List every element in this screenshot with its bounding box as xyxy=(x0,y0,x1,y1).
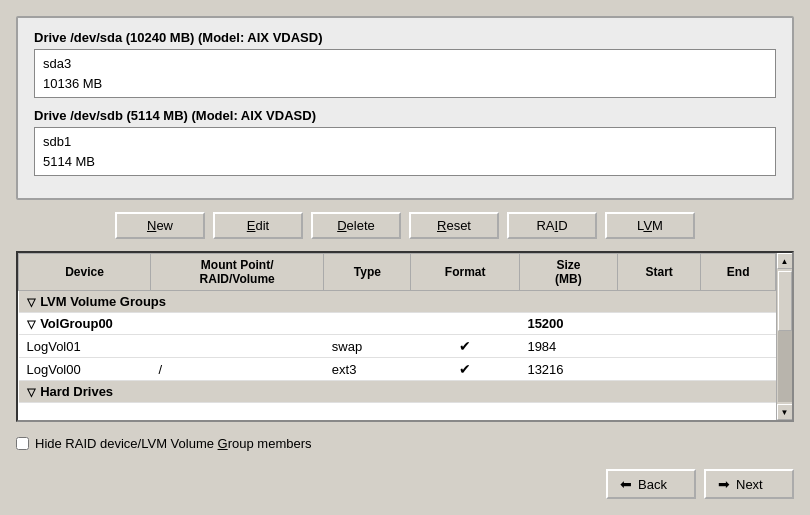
logvol01-format: ✔ xyxy=(411,335,519,358)
logvol00-start xyxy=(617,358,700,381)
volgroup00-label: VolGroup00 xyxy=(40,316,113,331)
lvm-button[interactable]: LVM xyxy=(605,212,695,239)
volgroup00-start xyxy=(617,313,700,335)
logvol00-format: ✔ xyxy=(411,358,519,381)
hide-members-label[interactable]: Hide RAID device/LVM Volume Group member… xyxy=(35,436,312,451)
drive-sda-line1: sda3 xyxy=(43,54,767,74)
logvol00-end xyxy=(701,358,776,381)
drive-panel: Drive /dev/sda (10240 MB) (Model: AIX VD… xyxy=(16,16,794,200)
raid-button[interactable]: RAID xyxy=(507,212,597,239)
back-icon: ⬅ xyxy=(620,476,632,492)
volgroup00-end xyxy=(701,313,776,335)
col-mount: Mount Point/RAID/Volume xyxy=(151,254,324,291)
logvol00-row[interactable]: LogVol00 / ext3 ✔ 13216 xyxy=(19,358,776,381)
logvol01-start xyxy=(617,335,700,358)
logvol00-size: 13216 xyxy=(519,358,617,381)
logvol01-size: 1984 xyxy=(519,335,617,358)
next-label: Next xyxy=(736,477,763,492)
back-button[interactable]: ⬅ Back xyxy=(606,469,696,499)
logvol00-type: ext3 xyxy=(324,358,411,381)
drive-sdb-label: Drive /dev/sdb (5114 MB) (Model: AIX VDA… xyxy=(34,108,776,123)
drive-sdb-line1: sdb1 xyxy=(43,132,767,152)
lvm-volume-groups-header[interactable]: ▽ LVM Volume Groups xyxy=(19,291,776,313)
logvol01-type: swap xyxy=(324,335,411,358)
col-end: End xyxy=(701,254,776,291)
lvm-expand-icon: ▽ xyxy=(27,296,35,308)
scroll-up-arrow[interactable]: ▲ xyxy=(777,253,793,269)
logvol01-mount xyxy=(151,335,324,358)
logvol01-row[interactable]: LogVol01 swap ✔ 1984 xyxy=(19,335,776,358)
partition-table-area: Device Mount Point/RAID/Volume Type Form… xyxy=(16,251,794,422)
scroll-down-arrow[interactable]: ▼ xyxy=(777,404,793,420)
drive-sdb-info: sdb1 5114 MB xyxy=(34,127,776,176)
next-button[interactable]: ➡ Next xyxy=(704,469,794,499)
bottom-button-row: ⬅ Back ➡ Next xyxy=(16,469,794,499)
scrollbar[interactable]: ▲ ▼ xyxy=(776,253,792,420)
logvol00-mount: / xyxy=(151,358,324,381)
next-icon: ➡ xyxy=(718,476,730,492)
drive-sda-info: sda3 10136 MB xyxy=(34,49,776,98)
back-label: Back xyxy=(638,477,667,492)
table-scroll-container[interactable]: Device Mount Point/RAID/Volume Type Form… xyxy=(18,253,776,420)
reset-button[interactable]: Reset xyxy=(409,212,499,239)
col-size: Size(MB) xyxy=(519,254,617,291)
logvol01-end xyxy=(701,335,776,358)
hard-drives-header[interactable]: ▽ Hard Drives xyxy=(19,381,776,403)
delete-button[interactable]: Delete xyxy=(311,212,401,239)
scroll-track[interactable] xyxy=(778,271,792,402)
volgroup00-row[interactable]: ▽ VolGroup00 15200 xyxy=(19,313,776,335)
logvol01-device: LogVol01 xyxy=(19,335,151,358)
drive-sdb-line2: 5114 MB xyxy=(43,152,767,172)
hide-members-row: Hide RAID device/LVM Volume Group member… xyxy=(16,436,794,451)
volgroup00-expand-icon: ▽ xyxy=(27,318,35,330)
col-device: Device xyxy=(19,254,151,291)
drive-sda-line2: 10136 MB xyxy=(43,74,767,94)
action-button-row: New Edit Delete Reset RAID LVM xyxy=(16,212,794,239)
col-type: Type xyxy=(324,254,411,291)
drive-sda-label: Drive /dev/sda (10240 MB) (Model: AIX VD… xyxy=(34,30,776,45)
col-format: Format xyxy=(411,254,519,291)
lvm-group-label: LVM Volume Groups xyxy=(40,294,166,309)
scroll-thumb[interactable] xyxy=(778,271,792,331)
partition-table: Device Mount Point/RAID/Volume Type Form… xyxy=(18,253,776,403)
col-start: Start xyxy=(617,254,700,291)
edit-button[interactable]: Edit xyxy=(213,212,303,239)
logvol00-device: LogVol00 xyxy=(19,358,151,381)
new-button[interactable]: New xyxy=(115,212,205,239)
volgroup00-format xyxy=(411,313,519,335)
hide-members-checkbox[interactable] xyxy=(16,437,29,450)
hard-drives-label: Hard Drives xyxy=(40,384,113,399)
volgroup00-size: 15200 xyxy=(519,313,617,335)
hard-drives-expand-icon: ▽ xyxy=(27,386,35,398)
